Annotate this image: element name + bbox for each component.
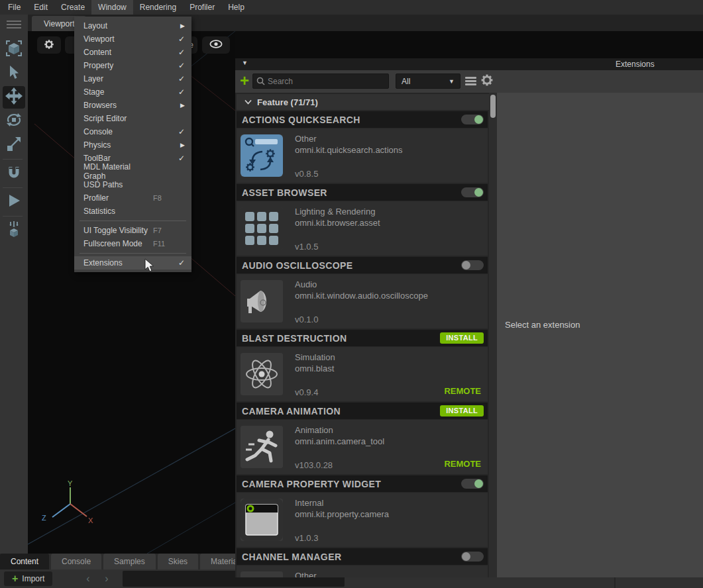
extension-item[interactable]: ACTIONS QUICKSEARCH Other omni.kit.quick… <box>237 111 488 183</box>
extensions-titlebar[interactable]: ▼ Extensions <box>235 58 703 70</box>
menu-item-label: Fullscreen Mode <box>83 239 142 248</box>
settings-gear-icon[interactable] <box>480 74 494 89</box>
menu-item-label: Console <box>83 127 113 136</box>
section-header-feature[interactable]: Feature (71/71) <box>237 94 496 110</box>
menu-item-property[interactable]: Property✓ <box>74 59 191 72</box>
extension-title-row[interactable]: CAMERA PROPERTY WIDGET <box>237 475 488 492</box>
menu-item-label: Layout <box>83 21 107 30</box>
scrollbar-thumb[interactable] <box>490 95 496 118</box>
search-input[interactable] <box>268 77 380 86</box>
axis-y-label: Y <box>68 479 73 487</box>
menu-item-content[interactable]: Content✓ <box>74 46 191 59</box>
extension-toggle[interactable] <box>461 552 484 562</box>
extension-title-row[interactable]: ASSET BROWSER <box>237 184 488 201</box>
extension-toggle[interactable] <box>461 115 484 124</box>
extension-title-row[interactable]: CHANNEL MANAGER <box>237 548 488 565</box>
extension-name: AUDIO OSCILLOSCOPE <box>242 260 352 271</box>
extension-item[interactable]: AUDIO OSCILLOSCOPE Audio omni.kit.window… <box>237 257 488 328</box>
view-options-icon[interactable] <box>465 75 476 87</box>
extension-card[interactable]: Animation omni.anim.camera_tool v103.0.2… <box>237 420 488 474</box>
menu-rendering[interactable]: Rendering <box>133 0 183 15</box>
extension-title-row[interactable]: BLAST DESTRUCTIONINSTALL <box>237 330 488 346</box>
extension-item[interactable]: CAMERA PROPERTY WIDGET Internal omni.kit… <box>237 475 488 547</box>
viewport-settings-button[interactable] <box>37 36 61 54</box>
extensions-tab-label[interactable]: Extensions <box>616 60 655 69</box>
menu-item-layer[interactable]: Layer✓ <box>74 72 191 85</box>
extension-title-row[interactable]: ACTIONS QUICKSEARCH <box>237 111 488 128</box>
extension-card[interactable]: Internal omni.kit.property.camera v1.0.3 <box>237 493 488 547</box>
filter-dropdown[interactable]: All ▼ <box>396 74 460 89</box>
tool-play[interactable] <box>3 191 25 213</box>
tab-content[interactable]: Content <box>0 554 49 569</box>
import-button[interactable]: + Import <box>4 571 52 586</box>
toolbar-separator <box>3 216 23 217</box>
menu-item-viewport[interactable]: Viewport✓ <box>74 32 191 46</box>
tool-selection-cube[interactable] <box>3 38 25 61</box>
extension-card[interactable]: Simulation omni.blast v0.9.4 REMOTE <box>237 347 488 401</box>
extension-id: omni.kit.window.audio.oscilloscope <box>295 290 482 301</box>
selection-cube-icon <box>5 40 23 60</box>
extension-item[interactable]: BLAST DESTRUCTIONINSTALL Simulation omni… <box>237 330 488 401</box>
menu-item-mdl-material-graph[interactable]: MDL Material Graph <box>74 165 191 178</box>
menu-item-extensions[interactable]: Extensions✓ <box>74 256 191 270</box>
viewport-visibility-button[interactable] <box>202 36 230 54</box>
search-box[interactable] <box>252 74 389 89</box>
menu-item-fullscreen-mode[interactable]: Fullscreen ModeF11 <box>74 237 191 250</box>
menu-item-statistics[interactable]: Statistics <box>74 205 191 218</box>
window-options-icon[interactable]: ▼ <box>242 60 248 66</box>
forward-arrow-button[interactable]: › <box>99 571 114 586</box>
window-menu: Layout▶Viewport✓Content✓Property✓Layer✓S… <box>74 17 191 272</box>
extension-card[interactable]: Other <box>237 565 488 577</box>
extension-item[interactable]: CAMERA ANIMATIONINSTALL Animation omni.a… <box>237 403 488 474</box>
extension-info: Lighting & Rendering omni.kit.browser.as… <box>287 201 488 256</box>
extension-version: v1.0.5 <box>295 242 482 252</box>
tab-console[interactable]: Console <box>51 554 101 569</box>
extension-card[interactable]: Other omni.kit.quicksearch.actions v0.8.… <box>237 128 488 183</box>
tool-physics-drop[interactable] <box>3 219 25 242</box>
scrollbar[interactable] <box>489 93 497 577</box>
menu-window[interactable]: Window <box>91 0 133 15</box>
tab-samples[interactable]: Samples <box>103 554 156 569</box>
gear-icon <box>44 39 54 52</box>
menu-edit[interactable]: Edit <box>27 0 54 15</box>
menu-item-script-editor[interactable]: Script Editor <box>74 112 191 125</box>
tab-skies[interactable]: Skies <box>158 554 198 569</box>
extension-toggle[interactable] <box>461 260 484 270</box>
toolbar-menu-icon[interactable] <box>7 19 21 30</box>
install-button[interactable]: INSTALL <box>440 405 484 416</box>
menu-item-browsers[interactable]: Browsers▶ <box>74 99 191 112</box>
extension-toggle[interactable] <box>461 479 484 489</box>
menu-profiler[interactable]: Profiler <box>183 0 221 15</box>
add-extension-button[interactable]: + <box>240 72 249 89</box>
menu-item-profiler[interactable]: ProfilerF8 <box>74 191 191 205</box>
extension-item[interactable]: ASSET BROWSER Lighting & Rendering omni.… <box>237 184 488 256</box>
extension-toggle[interactable] <box>461 187 484 197</box>
install-button[interactable]: INSTALL <box>440 332 484 344</box>
menu-create[interactable]: Create <box>54 0 91 15</box>
extension-category: Simulation <box>295 352 482 363</box>
menu-item-console[interactable]: Console✓ <box>74 125 191 138</box>
menu-item-ui-toggle-visibility[interactable]: UI Toggle VisibilityF7 <box>74 224 191 237</box>
extension-card[interactable]: Lighting & Rendering omni.kit.browser.as… <box>237 201 488 256</box>
extension-name: CAMERA PROPERTY WIDGET <box>242 479 381 489</box>
extension-title-row[interactable]: CAMERA ANIMATIONINSTALL <box>237 403 488 419</box>
menu-item-physics[interactable]: Physics▶ <box>74 138 191 152</box>
menu-item-stage[interactable]: Stage✓ <box>74 85 191 99</box>
tool-move[interactable] <box>3 86 25 109</box>
menu-file[interactable]: File <box>1 0 27 15</box>
menu-help[interactable]: Help <box>221 0 251 15</box>
tool-pointer[interactable] <box>3 62 25 85</box>
tool-rotate[interactable] <box>3 110 25 132</box>
axis-z-label: Z <box>42 514 46 522</box>
extension-version: v1.0.3 <box>295 533 482 543</box>
tool-magnet[interactable] <box>3 162 25 185</box>
extension-card[interactable]: Audio omni.kit.window.audio.oscilloscope… <box>237 274 488 328</box>
checkmark-icon: ✓ <box>174 74 185 83</box>
extension-item[interactable]: CHANNEL MANAGER Other <box>237 548 488 577</box>
menu-item-layout[interactable]: Layout▶ <box>74 19 191 32</box>
tool-scale[interactable] <box>3 134 25 156</box>
panel-divider <box>614 577 616 588</box>
extension-title-row[interactable]: AUDIO OSCILLOSCOPE <box>237 257 488 273</box>
toggle-knob <box>474 188 483 197</box>
back-arrow-button[interactable]: ‹ <box>81 571 95 586</box>
